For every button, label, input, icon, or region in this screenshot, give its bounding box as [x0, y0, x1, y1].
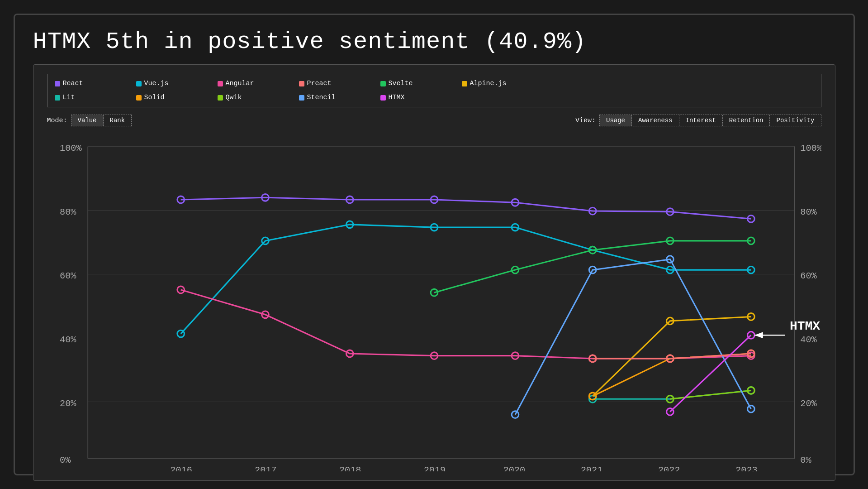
legend-item-qwik: Qwik: [218, 94, 299, 101]
svg-text:60%: 60%: [800, 271, 817, 281]
legend-label-lit: Lit: [63, 94, 75, 101]
line-qwik: [670, 390, 751, 399]
svg-text:40%: 40%: [60, 335, 76, 345]
legend-item-alpine: Alpine.js: [462, 80, 543, 87]
mode-button-group: Value Rank: [71, 115, 132, 126]
svg-text:80%: 80%: [60, 207, 76, 217]
chart-container: React Vue.js Angular Preact Svelte: [33, 64, 835, 481]
svg-text:40%: 40%: [800, 335, 817, 345]
view-label: View:: [575, 117, 596, 125]
legend-color-preact: [299, 81, 304, 86]
line-htmx: [670, 335, 751, 412]
legend-item-stencil: Stencil: [299, 94, 380, 101]
line-angular: [180, 290, 751, 359]
svg-text:HTMX: HTMX: [789, 319, 820, 333]
legend-color-solid: [136, 95, 142, 101]
page-title: HTMX 5th in positive sentiment (40.9%): [33, 29, 835, 55]
line-stencil: [515, 259, 750, 415]
view-positivity-button[interactable]: Positivity: [770, 115, 821, 126]
svg-text:80%: 80%: [800, 207, 817, 217]
legend-color-stencil: [299, 95, 304, 101]
footer: HAMY Source: State of JS 2023 hamy.xyz: [33, 485, 835, 489]
legend-color-svelte: [380, 81, 386, 86]
legend-color-lit: [55, 95, 60, 101]
svg-text:2017: 2017: [255, 465, 277, 471]
legend-item-react: React: [55, 80, 136, 87]
legend-item-htmx: HTMX: [380, 94, 462, 101]
svg-text:2019: 2019: [423, 465, 446, 471]
legend: React Vue.js Angular Preact Svelte: [47, 74, 821, 107]
mode-rank-button[interactable]: Rank: [104, 115, 132, 126]
view-button-group: Usage Awareness Interest Retention Posit…: [599, 115, 821, 126]
line-chart: 100% 80% 60% 40% 20% 0% 100% 80% 60% 40%…: [47, 131, 821, 471]
svg-text:2023: 2023: [735, 465, 758, 471]
view-interest-button[interactable]: Interest: [679, 115, 723, 126]
svg-text:2021: 2021: [580, 465, 602, 471]
svg-text:100%: 100%: [60, 143, 82, 153]
controls-row: Mode: Value Rank View: Usage Awareness I…: [47, 115, 821, 126]
svg-text:2020: 2020: [503, 465, 525, 471]
svg-text:0%: 0%: [60, 455, 71, 465]
legend-color-vue: [136, 81, 142, 86]
svg-text:2022: 2022: [658, 465, 680, 471]
legend-color-htmx: [380, 95, 386, 101]
outer-frame: HTMX 5th in positive sentiment (40.9%) R…: [14, 14, 855, 475]
line-lit: [593, 390, 751, 399]
legend-label-react: React: [63, 80, 83, 87]
legend-color-react: [55, 81, 60, 86]
svg-text:100%: 100%: [800, 143, 821, 153]
svg-text:0%: 0%: [800, 455, 811, 465]
legend-label-angular: Angular: [226, 80, 254, 87]
svg-point-75: [666, 408, 674, 416]
legend-item-svelte: Svelte: [380, 80, 462, 87]
legend-label-htmx: HTMX: [389, 94, 405, 101]
svg-text:60%: 60%: [60, 271, 76, 281]
legend-label-svelte: Svelte: [389, 80, 413, 87]
legend-label-solid: Solid: [144, 94, 165, 101]
svg-text:2018: 2018: [339, 465, 361, 471]
legend-item-vue: Vue.js: [136, 80, 218, 87]
legend-label-alpine: Alpine.js: [470, 80, 507, 87]
view-awareness-button[interactable]: Awareness: [632, 115, 679, 126]
legend-label-qwik: Qwik: [226, 94, 242, 101]
legend-label-stencil: Stencil: [307, 94, 336, 101]
svg-text:20%: 20%: [800, 398, 817, 409]
svg-text:20%: 20%: [60, 398, 76, 409]
legend-item-angular: Angular: [218, 80, 299, 87]
legend-color-angular: [218, 81, 223, 86]
legend-item-lit: Lit: [55, 94, 136, 101]
legend-color-alpine: [462, 81, 467, 86]
view-retention-button[interactable]: Retention: [723, 115, 770, 126]
chart-area: 100% 80% 60% 40% 20% 0% 100% 80% 60% 40%…: [47, 131, 821, 471]
legend-label-vue: Vue.js: [144, 80, 169, 87]
line-solid: [593, 354, 751, 396]
legend-color-qwik: [218, 95, 223, 101]
svg-text:2016: 2016: [170, 465, 192, 471]
mode-label: Mode:: [47, 117, 67, 125]
mode-value-button[interactable]: Value: [71, 115, 104, 126]
legend-item-preact: Preact: [299, 80, 380, 87]
legend-label-preact: Preact: [307, 80, 332, 87]
legend-item-solid: Solid: [136, 94, 218, 101]
view-usage-button[interactable]: Usage: [600, 115, 632, 126]
